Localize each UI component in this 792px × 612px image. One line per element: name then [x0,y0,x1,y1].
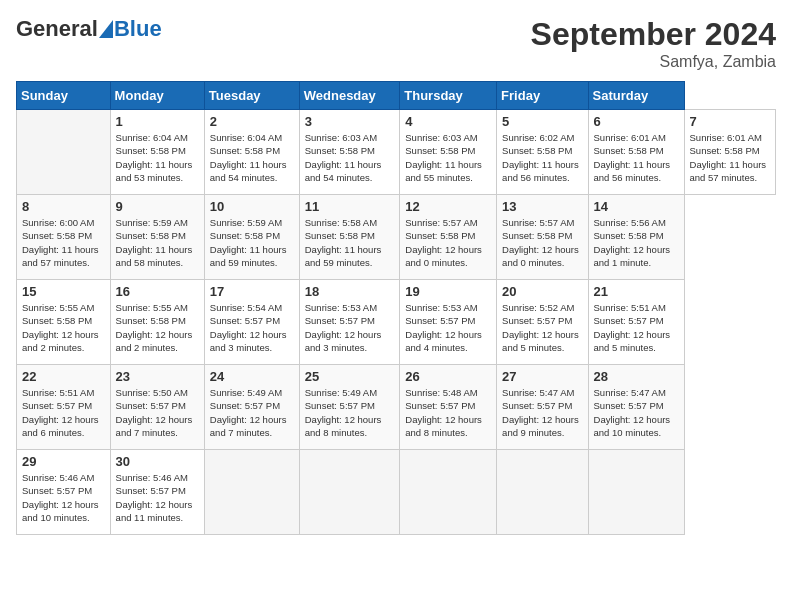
day-number: 17 [210,284,294,299]
day-number: 2 [210,114,294,129]
calendar-day-cell [204,450,299,535]
day-info: Sunrise: 6:04 AM Sunset: 5:58 PM Dayligh… [210,131,294,184]
logo-blue-text: Blue [114,16,162,42]
day-number: 4 [405,114,491,129]
day-number: 15 [22,284,105,299]
calendar-day-cell: 7Sunrise: 6:01 AM Sunset: 5:58 PM Daylig… [684,110,775,195]
day-info: Sunrise: 5:57 AM Sunset: 5:58 PM Dayligh… [405,216,491,269]
day-number: 1 [116,114,199,129]
month-title: September 2024 [531,16,776,53]
calendar-day-cell: 1Sunrise: 6:04 AM Sunset: 5:58 PM Daylig… [110,110,204,195]
day-info: Sunrise: 5:48 AM Sunset: 5:57 PM Dayligh… [405,386,491,439]
calendar-day-header: Friday [497,82,588,110]
calendar-day-header: Tuesday [204,82,299,110]
day-info: Sunrise: 5:47 AM Sunset: 5:57 PM Dayligh… [502,386,582,439]
calendar-day-cell: 11Sunrise: 5:58 AM Sunset: 5:58 PM Dayli… [299,195,400,280]
day-info: Sunrise: 5:46 AM Sunset: 5:57 PM Dayligh… [22,471,105,524]
day-number: 6 [594,114,679,129]
day-number: 7 [690,114,770,129]
day-info: Sunrise: 6:03 AM Sunset: 5:58 PM Dayligh… [305,131,395,184]
day-info: Sunrise: 5:56 AM Sunset: 5:58 PM Dayligh… [594,216,679,269]
calendar-day-cell: 6Sunrise: 6:01 AM Sunset: 5:58 PM Daylig… [588,110,684,195]
day-number: 5 [502,114,582,129]
calendar-day-cell: 27Sunrise: 5:47 AM Sunset: 5:57 PM Dayli… [497,365,588,450]
day-info: Sunrise: 5:59 AM Sunset: 5:58 PM Dayligh… [116,216,199,269]
day-info: Sunrise: 5:55 AM Sunset: 5:58 PM Dayligh… [116,301,199,354]
day-number: 3 [305,114,395,129]
calendar-day-cell: 10Sunrise: 5:59 AM Sunset: 5:58 PM Dayli… [204,195,299,280]
day-info: Sunrise: 5:49 AM Sunset: 5:57 PM Dayligh… [305,386,395,439]
title-block: September 2024 Samfya, Zambia [531,16,776,71]
day-info: Sunrise: 6:01 AM Sunset: 5:58 PM Dayligh… [690,131,770,184]
day-number: 27 [502,369,582,384]
day-info: Sunrise: 5:58 AM Sunset: 5:58 PM Dayligh… [305,216,395,269]
day-number: 28 [594,369,679,384]
calendar-table: SundayMondayTuesdayWednesdayThursdayFrid… [16,81,776,535]
day-info: Sunrise: 5:47 AM Sunset: 5:57 PM Dayligh… [594,386,679,439]
day-info: Sunrise: 5:51 AM Sunset: 5:57 PM Dayligh… [594,301,679,354]
logo-general-text: General [16,16,98,42]
calendar-day-cell: 17Sunrise: 5:54 AM Sunset: 5:57 PM Dayli… [204,280,299,365]
calendar-day-header: Monday [110,82,204,110]
day-info: Sunrise: 5:51 AM Sunset: 5:57 PM Dayligh… [22,386,105,439]
calendar-day-cell: 23Sunrise: 5:50 AM Sunset: 5:57 PM Dayli… [110,365,204,450]
calendar-week-row: 8Sunrise: 6:00 AM Sunset: 5:58 PM Daylig… [17,195,776,280]
calendar-day-cell: 29Sunrise: 5:46 AM Sunset: 5:57 PM Dayli… [17,450,111,535]
calendar-day-header: Saturday [588,82,684,110]
day-info: Sunrise: 5:57 AM Sunset: 5:58 PM Dayligh… [502,216,582,269]
day-number: 12 [405,199,491,214]
calendar-day-cell: 8Sunrise: 6:00 AM Sunset: 5:58 PM Daylig… [17,195,111,280]
calendar-day-cell: 13Sunrise: 5:57 AM Sunset: 5:58 PM Dayli… [497,195,588,280]
calendar-day-cell: 2Sunrise: 6:04 AM Sunset: 5:58 PM Daylig… [204,110,299,195]
calendar-day-cell: 4Sunrise: 6:03 AM Sunset: 5:58 PM Daylig… [400,110,497,195]
calendar-day-cell [497,450,588,535]
calendar-day-cell: 22Sunrise: 5:51 AM Sunset: 5:57 PM Dayli… [17,365,111,450]
calendar-day-cell: 14Sunrise: 5:56 AM Sunset: 5:58 PM Dayli… [588,195,684,280]
day-info: Sunrise: 6:02 AM Sunset: 5:58 PM Dayligh… [502,131,582,184]
calendar-day-cell: 12Sunrise: 5:57 AM Sunset: 5:58 PM Dayli… [400,195,497,280]
calendar-day-cell: 15Sunrise: 5:55 AM Sunset: 5:58 PM Dayli… [17,280,111,365]
calendar-day-cell [299,450,400,535]
day-info: Sunrise: 5:49 AM Sunset: 5:57 PM Dayligh… [210,386,294,439]
location-title: Samfya, Zambia [531,53,776,71]
day-info: Sunrise: 6:03 AM Sunset: 5:58 PM Dayligh… [405,131,491,184]
day-number: 13 [502,199,582,214]
day-number: 24 [210,369,294,384]
day-number: 30 [116,454,199,469]
day-info: Sunrise: 5:46 AM Sunset: 5:57 PM Dayligh… [116,471,199,524]
day-number: 10 [210,199,294,214]
day-number: 20 [502,284,582,299]
calendar-day-header: Thursday [400,82,497,110]
calendar-day-cell [588,450,684,535]
day-info: Sunrise: 6:00 AM Sunset: 5:58 PM Dayligh… [22,216,105,269]
day-info: Sunrise: 6:01 AM Sunset: 5:58 PM Dayligh… [594,131,679,184]
calendar-week-row: 1Sunrise: 6:04 AM Sunset: 5:58 PM Daylig… [17,110,776,195]
calendar-day-header: Sunday [17,82,111,110]
day-info: Sunrise: 5:53 AM Sunset: 5:57 PM Dayligh… [405,301,491,354]
day-number: 19 [405,284,491,299]
calendar-day-cell: 5Sunrise: 6:02 AM Sunset: 5:58 PM Daylig… [497,110,588,195]
day-number: 8 [22,199,105,214]
calendar-day-cell: 18Sunrise: 5:53 AM Sunset: 5:57 PM Dayli… [299,280,400,365]
calendar-header-row: SundayMondayTuesdayWednesdayThursdayFrid… [17,82,776,110]
day-info: Sunrise: 5:50 AM Sunset: 5:57 PM Dayligh… [116,386,199,439]
logo-icon [99,20,113,38]
page-header: General Blue September 2024 Samfya, Zamb… [16,16,776,71]
logo: General Blue [16,16,162,42]
calendar-day-cell: 20Sunrise: 5:52 AM Sunset: 5:57 PM Dayli… [497,280,588,365]
calendar-week-row: 29Sunrise: 5:46 AM Sunset: 5:57 PM Dayli… [17,450,776,535]
calendar-day-cell: 30Sunrise: 5:46 AM Sunset: 5:57 PM Dayli… [110,450,204,535]
calendar-day-cell [17,110,111,195]
day-number: 18 [305,284,395,299]
day-number: 23 [116,369,199,384]
calendar-day-header: Wednesday [299,82,400,110]
day-number: 9 [116,199,199,214]
day-number: 11 [305,199,395,214]
calendar-day-cell: 28Sunrise: 5:47 AM Sunset: 5:57 PM Dayli… [588,365,684,450]
calendar-day-cell: 3Sunrise: 6:03 AM Sunset: 5:58 PM Daylig… [299,110,400,195]
svg-marker-0 [99,20,113,38]
calendar-day-cell: 21Sunrise: 5:51 AM Sunset: 5:57 PM Dayli… [588,280,684,365]
day-number: 29 [22,454,105,469]
calendar-day-cell [400,450,497,535]
calendar-day-cell: 26Sunrise: 5:48 AM Sunset: 5:57 PM Dayli… [400,365,497,450]
